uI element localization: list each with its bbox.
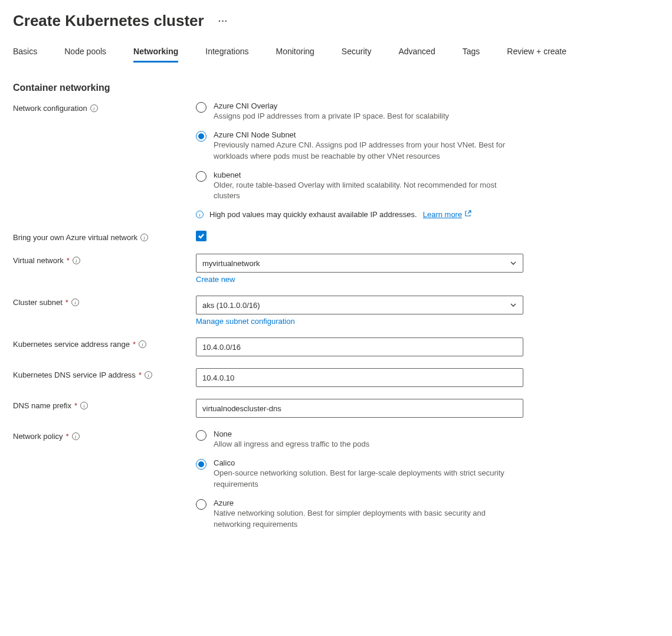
required-marker: * xyxy=(133,340,136,349)
more-icon[interactable]: ··· xyxy=(218,16,228,27)
tabs: Basics Node pools Networking Integration… xyxy=(13,47,659,63)
required-marker: * xyxy=(139,371,142,379)
page-title-text: Create Kubernetes cluster xyxy=(13,12,204,30)
tab-monitoring[interactable]: Monitoring xyxy=(276,47,314,63)
dns-ip-input[interactable] xyxy=(196,368,523,387)
tab-advanced[interactable]: Advanced xyxy=(398,47,435,63)
dns-ip-label: Kubernetes DNS service IP address xyxy=(13,371,136,379)
page-title: Create Kubernetes cluster ··· xyxy=(13,12,659,30)
tab-integrations[interactable]: Integrations xyxy=(205,47,248,63)
chevron-down-icon xyxy=(510,260,517,267)
manage-subnet-link[interactable]: Manage subnet configuration xyxy=(196,317,295,326)
radio-policy-azure-desc: Native networking solution. Best for sim… xyxy=(214,508,514,530)
net-policy-label: Network policy xyxy=(13,432,63,441)
dns-prefix-label: DNS name prefix xyxy=(13,401,71,410)
tab-review-create[interactable]: Review + create xyxy=(507,47,566,63)
info-icon[interactable]: i xyxy=(140,234,148,241)
info-icon[interactable]: i xyxy=(80,402,88,409)
subnet-select[interactable]: aks (10.1.0.0/16) xyxy=(196,296,523,314)
radio-kubenet-desc: Older, route table-based Overlay with li… xyxy=(214,180,514,202)
info-icon[interactable]: i xyxy=(71,299,79,306)
byo-vnet-checkbox[interactable] xyxy=(196,231,206,241)
radio-cni-overlay-label: Azure CNI Overlay xyxy=(214,101,449,110)
radio-cni-node-subnet-desc: Previously named Azure CNI. Assigns pod … xyxy=(214,140,514,162)
radio-policy-none[interactable] xyxy=(196,430,206,441)
radio-cni-overlay-desc: Assigns pod IP addresses from a private … xyxy=(214,111,449,122)
required-marker: * xyxy=(74,401,77,410)
radio-cni-node-subnet-label: Azure CNI Node Subnet xyxy=(214,130,514,139)
radio-policy-calico[interactable] xyxy=(196,459,206,470)
tab-basics[interactable]: Basics xyxy=(13,47,37,63)
chevron-down-icon xyxy=(510,301,517,309)
radio-policy-none-desc: Allow all ingress and egress traffic to … xyxy=(214,439,369,450)
info-icon[interactable]: i xyxy=(73,257,80,264)
svc-range-input[interactable] xyxy=(196,337,523,356)
radio-policy-azure-label: Azure xyxy=(214,499,514,507)
learn-more-link[interactable]: Learn more xyxy=(423,210,462,219)
info-icon: i xyxy=(196,211,204,218)
radio-policy-none-label: None xyxy=(214,430,369,438)
external-link-icon xyxy=(464,210,471,217)
svc-range-label: Kubernetes service address range xyxy=(13,340,130,349)
tab-node-pools[interactable]: Node pools xyxy=(64,47,106,63)
required-marker: * xyxy=(65,298,68,307)
radio-policy-calico-desc: Open-source networking solution. Best fo… xyxy=(214,468,514,490)
required-marker: * xyxy=(66,432,69,441)
radio-policy-azure[interactable] xyxy=(196,499,206,510)
section-title: Container networking xyxy=(13,83,659,93)
radio-policy-calico-label: Calico xyxy=(214,458,514,467)
radio-kubenet[interactable] xyxy=(196,171,206,182)
radio-cni-node-subnet[interactable] xyxy=(196,131,206,142)
radio-cni-overlay[interactable] xyxy=(196,102,206,113)
radio-kubenet-label: kubenet xyxy=(214,171,514,179)
info-icon[interactable]: i xyxy=(72,432,80,440)
tab-security[interactable]: Security xyxy=(342,47,372,63)
required-marker: * xyxy=(67,256,70,265)
info-icon[interactable]: i xyxy=(145,371,152,379)
tab-networking[interactable]: Networking xyxy=(133,47,178,63)
vnet-select[interactable]: myvirtualnetwork xyxy=(196,254,523,273)
network-config-label: Network configuration xyxy=(13,104,87,113)
info-icon[interactable]: i xyxy=(139,340,146,348)
subnet-value: aks (10.1.0.0/16) xyxy=(202,301,260,310)
info-icon[interactable]: i xyxy=(90,104,98,112)
subnet-label: Cluster subnet xyxy=(13,298,63,307)
tab-tags[interactable]: Tags xyxy=(463,47,480,63)
ip-exhaust-info: High pod values may quickly exhaust avai… xyxy=(209,210,417,219)
vnet-label: Virtual network xyxy=(13,256,64,265)
dns-prefix-input[interactable] xyxy=(196,399,523,418)
byo-vnet-label: Bring your own Azure virtual network xyxy=(13,233,137,242)
vnet-value: myvirtualnetwork xyxy=(202,259,260,268)
create-new-vnet-link[interactable]: Create new xyxy=(196,275,235,284)
